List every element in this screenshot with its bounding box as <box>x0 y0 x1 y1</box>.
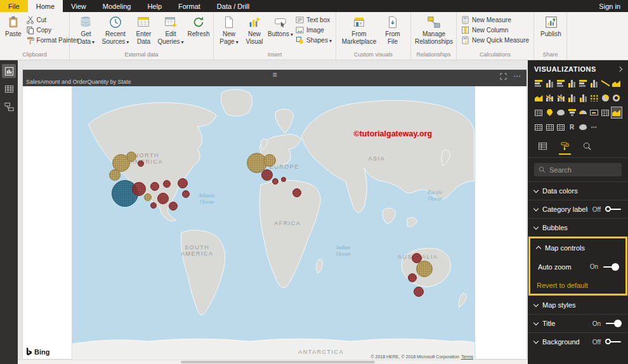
tab-help[interactable]: Help <box>139 0 170 12</box>
bing-map[interactable]: NORTH AMERICASOUTH AMERICAEUROPEAFRICAAS… <box>72 86 475 360</box>
treemap-icon[interactable] <box>533 107 544 118</box>
tab-view[interactable]: View <box>63 0 95 12</box>
horizontal-scrollbar[interactable] <box>18 360 528 364</box>
table-icon[interactable] <box>545 122 555 133</box>
publish-button[interactable]: Publish <box>539 14 563 39</box>
tab-home[interactable]: Home <box>28 0 63 12</box>
tab-analytics[interactable] <box>581 140 593 155</box>
format-section-bubbles[interactable]: Bubbles <box>528 218 628 237</box>
100-stacked-bar-chart-icon[interactable] <box>578 78 588 89</box>
shapes-button[interactable]: Shapes <box>294 36 333 44</box>
clustered-column-chart-icon[interactable] <box>567 78 577 89</box>
100-stacked-column-chart-icon[interactable] <box>589 78 599 89</box>
map-bubble[interactable] <box>169 202 178 211</box>
map-bubble[interactable] <box>261 169 273 181</box>
format-section-title[interactable]: Title On <box>528 314 628 332</box>
refresh-button[interactable]: Refresh <box>186 14 211 39</box>
background-toggle[interactable] <box>605 338 622 346</box>
format-section-map-styles[interactable]: Map styles <box>528 296 628 314</box>
ribbon-chart-icon[interactable] <box>567 93 577 103</box>
map-bubble[interactable] <box>182 190 190 198</box>
from-file-button[interactable]: From File <box>380 14 405 46</box>
search-input[interactable] <box>549 166 617 174</box>
map-bubble[interactable] <box>109 169 121 181</box>
scrollbar-thumb[interactable] <box>181 361 375 363</box>
map-bubble[interactable] <box>414 287 424 297</box>
new-column-button[interactable]: New Column <box>460 26 530 34</box>
map-visual[interactable]: SalesAmount and OrderQuantity by State ≡… <box>22 69 527 360</box>
edit-queries-button[interactable]: Edit Queries <box>157 14 185 46</box>
category-labels-toggle[interactable] <box>605 205 622 213</box>
stacked-column-chart-icon[interactable] <box>545 78 555 89</box>
line-and-clustered-column-chart-icon[interactable] <box>556 93 566 103</box>
auto-zoom-toggle[interactable] <box>603 263 619 271</box>
text-box-button[interactable]: Text box <box>294 16 333 24</box>
map-icon[interactable] <box>545 107 555 118</box>
funnel-icon[interactable] <box>567 107 577 118</box>
map-bubble[interactable] <box>157 193 169 204</box>
format-section-background[interactable]: Background Off <box>528 332 628 351</box>
data-view-button[interactable] <box>2 82 16 96</box>
new-quick-measure-button[interactable]: New Quick Measure <box>460 36 530 44</box>
collapse-pane-icon[interactable] <box>617 67 622 72</box>
focus-mode-icon[interactable] <box>500 73 507 80</box>
manage-relationships-button[interactable]: Manage Relationships <box>414 14 454 46</box>
line-and-stacked-column-chart-icon[interactable] <box>545 93 555 103</box>
map-bubble[interactable] <box>144 193 152 201</box>
map-bubble[interactable] <box>416 261 433 277</box>
paste-button[interactable]: Paste <box>3 14 23 39</box>
stacked-area-chart-icon[interactable] <box>533 93 544 103</box>
tab-format[interactable]: Format <box>170 0 209 12</box>
filled-map-icon[interactable] <box>556 107 566 118</box>
map-bubble[interactable] <box>150 202 157 209</box>
tab-data-drill[interactable]: Data / Drill <box>209 0 258 12</box>
terms-link[interactable]: Terms <box>461 354 473 359</box>
arcgis-map-icon[interactable] <box>578 122 588 133</box>
clustered-bar-chart-icon[interactable] <box>556 78 566 89</box>
report-view-button[interactable] <box>2 64 16 78</box>
get-data-button[interactable]: Get Data <box>73 14 99 46</box>
multi-row-card-icon[interactable] <box>600 107 610 118</box>
format-section-category-labels[interactable]: Category labels Off <box>528 200 628 218</box>
line-chart-icon[interactable] <box>600 78 610 89</box>
kpi-icon[interactable] <box>612 107 622 118</box>
map-bubble[interactable] <box>126 152 136 162</box>
map-bubble[interactable] <box>163 180 171 188</box>
map-bubble[interactable] <box>272 178 278 185</box>
more-visuals-icon[interactable]: ⋯ <box>589 122 599 133</box>
drill-menu-icon[interactable]: ≡ <box>272 70 277 79</box>
slicer-icon[interactable] <box>533 122 544 133</box>
format-section-map-controls[interactable]: Map controls <box>530 238 625 257</box>
gauge-icon[interactable] <box>578 107 588 118</box>
tab-format-pane[interactable] <box>559 140 571 155</box>
tab-fields[interactable] <box>537 140 549 155</box>
enter-data-button[interactable]: Enter Data <box>132 14 155 46</box>
area-chart-icon[interactable] <box>612 78 622 89</box>
file-menu-button[interactable]: File <box>0 0 28 12</box>
card-icon[interactable] <box>589 107 599 118</box>
recent-sources-button[interactable]: Recent Sources <box>100 14 131 46</box>
map-bubble[interactable] <box>132 182 146 196</box>
buttons-button[interactable]: Buttons <box>268 14 293 39</box>
pie-chart-icon[interactable] <box>600 93 610 103</box>
format-section-data-colors[interactable]: Data colors <box>528 181 628 200</box>
map-bubble[interactable] <box>292 188 301 197</box>
map-bubble[interactable] <box>263 154 276 167</box>
waterfall-chart-icon[interactable] <box>578 93 588 103</box>
tab-modeling[interactable]: Modeling <box>95 0 140 12</box>
map-bubble[interactable] <box>178 178 188 188</box>
map-bubble[interactable] <box>408 273 417 282</box>
stacked-bar-chart-icon[interactable] <box>533 78 544 89</box>
map-bubble[interactable] <box>281 177 286 182</box>
scatter-chart-icon[interactable] <box>589 93 599 103</box>
r-script-visual-icon[interactable]: R <box>567 122 577 133</box>
sign-in-button[interactable]: Sign in <box>591 0 628 12</box>
donut-chart-icon[interactable] <box>612 93 622 103</box>
from-marketplace-button[interactable]: From Marketplace <box>339 14 379 46</box>
map-bubble[interactable] <box>138 160 144 167</box>
matrix-icon[interactable] <box>556 122 566 133</box>
new-visual-button[interactable]: New Visual <box>242 14 266 46</box>
title-toggle[interactable] <box>605 320 622 327</box>
revert-to-default-link[interactable]: Revert to default <box>530 276 625 294</box>
map-bubble[interactable] <box>150 182 159 191</box>
